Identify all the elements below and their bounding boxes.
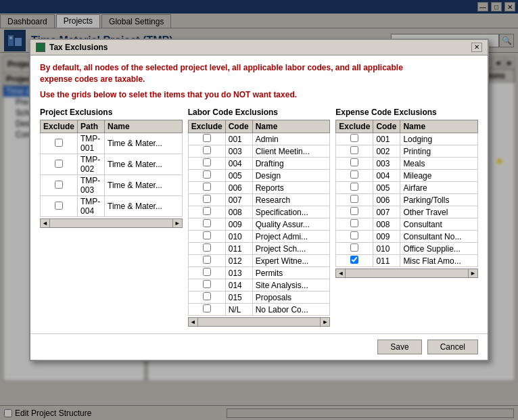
exclude-checkbox[interactable] [203,134,211,142]
exclude-cell[interactable] [336,145,373,158]
exclude-cell[interactable] [336,243,373,255]
code-cell: N/L [225,304,252,316]
expense-scroll-left[interactable]: ◄ [336,269,346,277]
exclude-checkbox[interactable] [203,280,211,288]
exclude-cell[interactable] [336,206,373,218]
exclude-checkbox[interactable] [203,219,211,227]
exclude-checkbox[interactable] [203,243,211,252]
exclude-checkbox[interactable] [203,207,211,215]
exclude-cell[interactable] [188,206,225,218]
exclude-checkbox[interactable] [350,231,358,239]
code-cell: 008 [373,218,400,231]
exclude-cell[interactable] [188,145,225,158]
cancel-button[interactable]: Cancel [427,340,478,354]
exclude-checkbox[interactable] [55,181,63,189]
name-cell: Consultant [400,218,478,231]
exclude-cell[interactable] [41,196,78,217]
exclude-cell[interactable] [188,194,225,206]
name-cell: Misc Flat Amo... [400,255,478,267]
name-cell: Time & Mater... [105,196,183,217]
labor-scrollbar[interactable]: ◄ ► [188,317,331,327]
th-code-expense: Code [373,120,400,133]
th-path: Path [78,120,105,133]
exclude-checkbox[interactable] [350,243,358,252]
labor-scroll-right[interactable]: ► [320,318,329,326]
exclude-checkbox[interactable] [350,183,358,191]
exclude-cell[interactable] [188,158,225,170]
table-row: N/L No Labor Co... [188,304,330,316]
exclude-cell[interactable] [336,194,373,206]
project-scrollbar[interactable]: ◄ ► [40,218,183,228]
exclude-checkbox[interactable] [350,207,358,215]
exclude-checkbox[interactable] [203,146,211,154]
exclude-checkbox[interactable] [350,195,358,203]
exclude-cell[interactable] [336,182,373,194]
exclude-checkbox[interactable] [350,158,358,166]
table-row: 001 Lodging [336,133,478,145]
expense-scroll-right[interactable]: ► [468,269,477,277]
scroll-right-arrow[interactable]: ► [172,219,182,227]
exclude-cell[interactable] [336,231,373,243]
exclude-cell[interactable] [336,133,373,145]
exclude-cell[interactable] [188,133,225,145]
code-cell: 009 [225,218,252,231]
project-exclusions-section: Project Exclusions Exclude Path Name TMP… [40,108,183,327]
exclude-checkbox[interactable] [203,268,211,276]
exclude-checkbox[interactable] [203,292,211,300]
save-button[interactable]: Save [377,340,421,354]
exclude-checkbox[interactable] [203,170,211,179]
th-code-labor: Code [225,120,252,133]
code-cell: 005 [225,170,252,182]
table-row: 006 Parking/Tolls [336,194,478,206]
exclude-cell[interactable] [188,267,225,279]
labor-scroll-left[interactable]: ◄ [189,318,198,326]
code-cell: 009 [373,231,400,243]
dialog-close-button[interactable]: ✕ [471,43,482,52]
exclude-cell[interactable] [336,255,373,267]
labor-exclusions-table: Exclude Code Name 001 Admin 003 Client M… [188,120,331,316]
exclude-cell[interactable] [41,175,78,196]
exclude-cell[interactable] [188,304,225,316]
exclude-checkbox[interactable] [55,139,63,147]
exclude-cell[interactable] [188,243,225,255]
exclude-checkbox[interactable] [203,304,211,312]
project-exclusions-title: Project Exclusions [40,108,183,117]
exclude-checkbox[interactable] [203,195,211,203]
code-cell: 007 [225,194,252,206]
scroll-left-arrow[interactable]: ◄ [41,219,50,227]
table-row: 013 Permits [188,267,330,279]
exclude-cell[interactable] [188,170,225,182]
exclude-checkbox[interactable] [203,183,211,191]
exclude-cell[interactable] [188,218,225,231]
exclude-cell[interactable] [188,279,225,291]
table-row: 010 Project Admi... [188,231,330,243]
exclude-cell[interactable] [41,154,78,175]
table-row: 004 Mileage [336,170,478,182]
exclude-cell[interactable] [41,133,78,154]
exclude-cell[interactable] [188,182,225,194]
exclude-checkbox[interactable] [203,158,211,166]
table-row: 006 Reports [188,182,330,194]
expense-scrollbar[interactable]: ◄ ► [335,269,478,278]
exclude-checkbox[interactable] [350,146,358,154]
code-cell: 006 [373,194,400,206]
name-cell: Quality Assur... [252,218,330,231]
exclude-cell[interactable] [336,218,373,231]
table-row: 008 Consultant [336,218,478,231]
exclude-cell[interactable] [336,170,373,182]
exclude-checkbox[interactable] [350,219,358,227]
exclude-cell[interactable] [188,255,225,267]
exclude-checkbox[interactable] [203,231,211,239]
exclude-cell[interactable] [336,158,373,170]
name-cell: Proposals [252,291,330,304]
exclude-checkbox[interactable] [350,134,358,142]
exclude-checkbox[interactable] [55,160,63,168]
exclude-checkbox[interactable] [350,170,358,179]
path-cell: TMP-004 [78,196,105,217]
exclude-cell[interactable] [188,291,225,304]
exclude-checkbox[interactable] [55,202,63,210]
exclude-cell[interactable] [188,231,225,243]
exclude-checkbox[interactable] [203,256,211,264]
exclude-checkbox[interactable] [350,256,358,264]
name-cell: Admin [252,133,330,145]
